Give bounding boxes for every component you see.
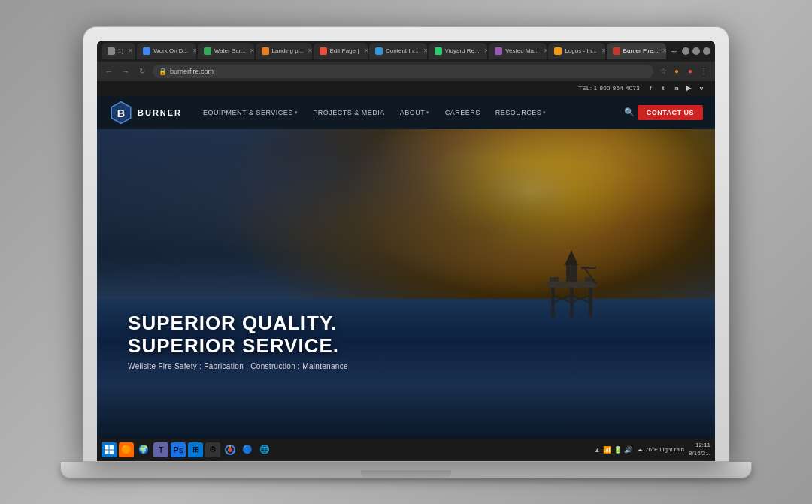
website-content: TEL: 1-800-864-4073 f t in ▶ v bbox=[97, 81, 715, 461]
nav-careers[interactable]: CAREERS bbox=[439, 106, 486, 119]
windows-logo-icon bbox=[105, 445, 114, 454]
social-icons-bar: f t in ▶ v bbox=[646, 84, 706, 93]
svg-line-24 bbox=[232, 450, 234, 452]
linkedin-icon[interactable]: in bbox=[671, 84, 680, 93]
tab-close-7[interactable]: ✕ bbox=[484, 47, 488, 54]
forward-button[interactable]: → bbox=[120, 65, 132, 77]
tray-icon-1: ▲ bbox=[594, 446, 601, 454]
screen-bezel: 1) ✕ Work On D... ✕ Water Scr... ✕ bbox=[97, 41, 715, 461]
browser-tab-2[interactable]: Work On D... ✕ bbox=[137, 43, 196, 59]
search-button[interactable]: 🔍 bbox=[621, 104, 638, 120]
nav-projects-media[interactable]: PROJECTS & MEDIA bbox=[307, 106, 391, 119]
browser-tab-5[interactable]: Edit Page | ✕ bbox=[314, 43, 368, 59]
tab-bar: 1) ✕ Work On D... ✕ Water Scr... ✕ bbox=[97, 41, 715, 62]
nav-resources[interactable]: RESOURCES ▾ bbox=[489, 106, 553, 119]
navigation-bar: B BURNER EQUIPMENT & SERVICES ▾ PROJECTS… bbox=[97, 96, 715, 129]
vimeo-icon[interactable]: v bbox=[697, 84, 706, 93]
browser-tab-8[interactable]: Vested Ma... ✕ bbox=[489, 43, 547, 59]
nav-items: EQUIPMENT & SERVICES ▾ PROJECTS & MEDIA … bbox=[197, 106, 621, 119]
logo-area[interactable]: B BURNER bbox=[109, 101, 182, 125]
taskbar-app-icons: 🟠 🌍 T Ps ⊞ ⚙ bbox=[119, 442, 272, 457]
tab-close-3[interactable]: ✕ bbox=[250, 47, 253, 54]
svg-rect-9 bbox=[547, 282, 596, 288]
start-button[interactable] bbox=[102, 442, 117, 457]
twitter-icon[interactable]: t bbox=[659, 84, 668, 93]
taskbar-icon-7[interactable]: 🔵 bbox=[240, 442, 255, 457]
website-top-bar: TEL: 1-800-864-4073 f t in ▶ v bbox=[97, 81, 715, 96]
browser-tab-3[interactable]: Water Scr... ✕ bbox=[198, 43, 254, 59]
tab-close-2[interactable]: ✕ bbox=[192, 47, 196, 54]
browser-chrome: 1) ✕ Work On D... ✕ Water Scr... ✕ bbox=[97, 41, 715, 81]
nav-about[interactable]: ABOUT ▾ bbox=[394, 106, 436, 119]
chrome-icon bbox=[225, 445, 235, 455]
lock-icon: 🔒 bbox=[159, 68, 167, 75]
tab-favicon-2 bbox=[143, 47, 150, 55]
svg-line-23 bbox=[226, 450, 229, 452]
profile-button[interactable]: ● bbox=[671, 66, 682, 77]
bookmark-button[interactable]: ☆ bbox=[658, 66, 668, 77]
close-browser-button[interactable] bbox=[703, 47, 710, 55]
tab-close-10[interactable]: ✕ bbox=[662, 47, 665, 54]
chevron-down-icon: ▾ bbox=[295, 110, 298, 116]
taskbar-icon-1[interactable]: 🟠 bbox=[119, 442, 134, 457]
maximize-button[interactable] bbox=[692, 47, 700, 55]
tab-favicon-10 bbox=[613, 47, 620, 55]
contact-us-button[interactable]: CONTACT US bbox=[638, 105, 703, 120]
system-tray-icons: ▲ 📶 🔋 🔊 bbox=[594, 446, 632, 454]
cloud-icon: ☁ bbox=[637, 446, 643, 453]
weather-widget: ☁ 76°F Light rain bbox=[637, 446, 684, 453]
tab-label-5: Edit Page | bbox=[330, 47, 359, 54]
facebook-icon[interactable]: f bbox=[646, 84, 655, 93]
tab-close-1[interactable]: ✕ bbox=[128, 47, 133, 54]
taskbar-icon-5[interactable]: ⚙ bbox=[205, 442, 220, 457]
system-clock: 12:11 8/16/2... bbox=[689, 442, 710, 457]
tab-favicon-5 bbox=[320, 47, 327, 55]
tab-favicon-6 bbox=[375, 47, 383, 55]
taskbar-icon-ps[interactable]: Ps bbox=[171, 442, 186, 457]
reload-button[interactable]: ↻ bbox=[136, 65, 148, 77]
browser-controls-bar: ← → ↻ 🔒 burnerfire.com ☆ ● ● ⋮ bbox=[97, 62, 715, 81]
browser-tab-1[interactable]: 1) ✕ bbox=[102, 43, 135, 59]
extensions-button[interactable]: ● bbox=[685, 66, 695, 77]
oil-rig-icon bbox=[544, 250, 604, 318]
svg-rect-14 bbox=[550, 277, 559, 282]
chevron-down-icon-resources: ▾ bbox=[543, 110, 547, 116]
browser-action-buttons: ☆ ● ● ⋮ bbox=[658, 66, 709, 77]
browser-tab-9[interactable]: Logos - In... ✕ bbox=[548, 43, 604, 59]
hero-subtext: Wellsite Fire Safety : Fabrication : Con… bbox=[128, 362, 348, 370]
tray-icon-speaker: 🔊 bbox=[624, 446, 632, 454]
taskbar-icon-2[interactable]: 🌍 bbox=[136, 442, 151, 457]
svg-text:B: B bbox=[117, 107, 125, 119]
tab-label-6: Content In... bbox=[386, 47, 419, 54]
browser-tab-4[interactable]: Landing p... ✕ bbox=[256, 43, 312, 59]
address-bar[interactable]: 🔒 burnerfire.com bbox=[153, 65, 653, 78]
tab-close-6[interactable]: ✕ bbox=[423, 47, 427, 54]
tab-favicon-3 bbox=[204, 47, 211, 55]
tab-label-9: Logos - In... bbox=[565, 47, 596, 54]
tab-close-8[interactable]: ✕ bbox=[544, 47, 547, 54]
logo-text: BURNER bbox=[138, 108, 182, 117]
time-display: 12:11 bbox=[689, 442, 710, 449]
chevron-down-icon-about: ▾ bbox=[426, 110, 430, 116]
tab-close-4[interactable]: ✕ bbox=[308, 47, 311, 54]
taskbar-icon-chrome[interactable] bbox=[223, 442, 238, 457]
browser-tab-6[interactable]: Content In... ✕ bbox=[369, 43, 426, 59]
tab-label-2: Work On D... bbox=[153, 47, 188, 54]
laptop-base bbox=[60, 462, 752, 478]
taskbar-icon-8[interactable]: 🌐 bbox=[257, 442, 272, 457]
windows-taskbar: 🟠 🌍 T Ps ⊞ ⚙ bbox=[97, 439, 715, 461]
tab-close-5[interactable]: ✕ bbox=[364, 47, 368, 54]
svg-rect-10 bbox=[566, 265, 577, 282]
new-tab-button[interactable]: + bbox=[668, 44, 680, 59]
browser-tab-7[interactable]: Vidyard Re... ✕ bbox=[429, 43, 488, 59]
nav-equipment-services[interactable]: EQUIPMENT & SERVICES ▾ bbox=[197, 106, 304, 119]
back-button[interactable]: ← bbox=[103, 65, 115, 77]
browser-menu-button[interactable]: ⋮ bbox=[698, 66, 709, 77]
minimize-button[interactable] bbox=[682, 47, 689, 55]
taskbar-icon-teams[interactable]: T bbox=[153, 442, 168, 457]
tab-label-1: 1) bbox=[118, 47, 123, 54]
youtube-icon[interactable]: ▶ bbox=[684, 84, 693, 93]
browser-tab-10-active[interactable]: Burner Fire... ✕ bbox=[607, 43, 666, 59]
tab-close-9[interactable]: ✕ bbox=[601, 47, 605, 54]
taskbar-icon-win[interactable]: ⊞ bbox=[188, 442, 203, 457]
